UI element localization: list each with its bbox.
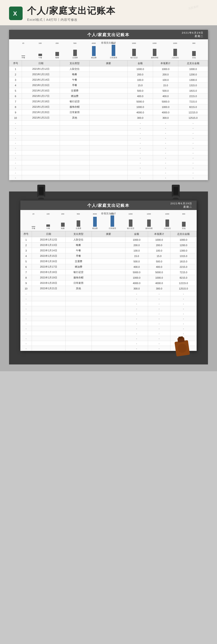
table-row[interactable]: 82021年1月19日服饰衣帽1000.01000.08215.0 — [9, 104, 208, 110]
table-cell[interactable]: 1000.0 — [125, 237, 148, 242]
table-cell[interactable]: 2021年1月21日 — [32, 286, 65, 291]
table-cell[interactable]: 15.0 — [125, 253, 148, 259]
table-cell[interactable]: 200.0 — [127, 72, 153, 77]
table-cell[interactable]: 1000.0 — [170, 237, 196, 242]
table-row[interactable]: 92021年1月20日日常家用4000.04000.012215.0 — [21, 280, 197, 286]
table-cell[interactable]: 1 — [21, 237, 32, 242]
table-cell[interactable]: 300.0 — [153, 115, 178, 120]
table-cell[interactable]: 其他 — [65, 286, 92, 291]
table-cell[interactable]: 2215.0 — [170, 264, 196, 270]
table-cell[interactable]: 7 — [9, 99, 22, 104]
table-cell[interactable]: 12215.0 — [170, 280, 196, 286]
table-cell[interactable]: 200.0 — [153, 72, 178, 77]
table-cell[interactable] — [92, 237, 125, 242]
table-cell[interactable]: 4000.0 — [153, 110, 178, 115]
table-cell[interactable] — [92, 259, 125, 264]
table-cell[interactable]: 2 — [21, 242, 32, 248]
table-cell[interactable]: 9 — [21, 280, 32, 286]
table-cell[interactable]: 2021年1月15日 — [32, 253, 65, 259]
table-cell[interactable]: 6 — [21, 264, 32, 270]
table-cell[interactable]: 8 — [9, 104, 22, 110]
table-cell[interactable]: 1000.0 — [127, 66, 153, 72]
table-cell[interactable]: 1200.0 — [178, 72, 208, 77]
table-cell[interactable]: 10 — [9, 115, 22, 120]
table-cell[interactable]: 12515.0 — [178, 115, 208, 120]
table-cell[interactable]: 2021年1月13日 — [32, 242, 65, 248]
table-cell[interactable]: 1000.0 — [148, 237, 170, 242]
table-cell[interactable]: 5 — [9, 88, 22, 94]
table-cell[interactable]: 早餐 — [65, 253, 92, 259]
table-cell[interactable]: 交通费 — [65, 259, 92, 264]
table-cell[interactable] — [90, 110, 127, 115]
table-cell[interactable]: 晚餐 — [60, 72, 90, 77]
table-cell[interactable]: 300.0 — [148, 286, 170, 291]
table-cell[interactable] — [92, 270, 125, 275]
table-cell[interactable] — [92, 280, 125, 286]
table-row[interactable]: 32021年1月14日午餐100.0100.01300.0 — [21, 248, 197, 253]
table-cell[interactable]: 3 — [9, 77, 22, 83]
table-row[interactable]: 92021年1月20日日常家用4000.04000.012215.0 — [9, 110, 208, 115]
table-row[interactable]: 102021年1月21日其他300.0300.012515.0 — [21, 286, 197, 291]
table-cell[interactable]: 7215.0 — [178, 99, 208, 104]
table-cell[interactable]: 2021年1月19日 — [32, 275, 65, 280]
table-cell[interactable]: 8215.0 — [178, 104, 208, 110]
table-cell[interactable]: 1000.0 — [153, 66, 178, 72]
table-cell[interactable]: 1815.0 — [178, 88, 208, 94]
table-cell[interactable]: 15.0 — [153, 83, 178, 88]
table-cell[interactable] — [90, 99, 127, 104]
table-cell[interactable]: 15.0 — [148, 253, 170, 259]
table-cell[interactable]: 2021年1月17日 — [32, 264, 65, 270]
table-cell[interactable]: 500.0 — [125, 259, 148, 264]
table-cell[interactable]: 5000.0 — [153, 99, 178, 104]
table-row[interactable]: 52021年1月16日交通费500.0500.01815.0 — [9, 88, 208, 94]
table-row[interactable]: 12021年1月12日人际交往1000.01000.01000.0 — [9, 66, 208, 72]
table-cell[interactable]: 银行还贷 — [65, 270, 92, 275]
table-cell[interactable]: 5000.0 — [148, 270, 170, 275]
table-cell[interactable]: 9 — [9, 110, 22, 115]
table-cell[interactable] — [90, 94, 127, 99]
table-row[interactable]: 52021年1月16日交通费500.0500.01815.0 — [21, 259, 197, 264]
table-cell[interactable] — [90, 77, 127, 83]
table-cell[interactable]: 4000.0 — [148, 280, 170, 286]
table-cell[interactable]: 4000.0 — [127, 110, 153, 115]
table-cell[interactable]: 午餐 — [65, 248, 92, 253]
table-cell[interactable]: 1000.0 — [125, 275, 148, 280]
table-cell[interactable]: 1 — [9, 66, 22, 72]
table-row[interactable]: 82021年1月19日服饰衣帽1000.01000.08215.0 — [21, 275, 197, 280]
table-cell[interactable]: 1000.0 — [148, 275, 170, 280]
table-cell[interactable]: 2021年1月14日 — [32, 248, 65, 253]
table-cell[interactable]: 2021年1月16日 — [32, 259, 65, 264]
table-cell[interactable]: 2021年1月12日 — [32, 237, 65, 242]
table-cell[interactable]: 100.0 — [148, 248, 170, 253]
table-cell[interactable]: 5000.0 — [127, 99, 153, 104]
table-cell[interactable]: 100.0 — [125, 248, 148, 253]
table-cell[interactable] — [90, 115, 127, 120]
table-row[interactable]: 102021年1月21日其他300.0300.012515.0 — [9, 115, 208, 120]
table-cell[interactable]: 5000.0 — [125, 270, 148, 275]
table-cell[interactable]: 2021年1月18日 — [32, 270, 65, 275]
table-cell[interactable]: 200.0 — [148, 242, 170, 248]
table-cell[interactable]: 12215.0 — [178, 110, 208, 115]
table-cell[interactable]: 300.0 — [125, 286, 148, 291]
table-cell[interactable] — [92, 286, 125, 291]
table-cell[interactable]: 12515.0 — [170, 286, 196, 291]
table-cell[interactable]: 4 — [21, 253, 32, 259]
table-cell[interactable]: 人际交往 — [65, 237, 92, 242]
table-cell[interactable]: 1300.0 — [178, 77, 208, 83]
table-cell[interactable]: 人际交往 — [60, 66, 90, 72]
table-cell[interactable]: 1000.0 — [153, 104, 178, 110]
table-cell[interactable]: 400.0 — [127, 94, 153, 99]
table-cell[interactable]: 晚餐 — [65, 242, 92, 248]
table-cell[interactable]: 1300.0 — [170, 248, 196, 253]
table-cell[interactable]: 2 — [9, 72, 22, 77]
table-cell[interactable] — [90, 88, 127, 94]
table-cell[interactable]: 2021年1月18日 — [22, 99, 60, 104]
table-cell[interactable]: 4 — [9, 83, 22, 88]
table-row[interactable]: 42021年1月15日早餐15.015.01315.0 — [21, 253, 197, 259]
table-cell[interactable]: 400.0 — [125, 264, 148, 270]
table-cell[interactable] — [92, 253, 125, 259]
table-cell[interactable]: 2021年1月20日 — [22, 110, 60, 115]
table-cell[interactable]: 6 — [9, 94, 22, 99]
table-cell[interactable]: 2021年1月13日 — [22, 72, 60, 77]
table-cell[interactable] — [92, 275, 125, 280]
